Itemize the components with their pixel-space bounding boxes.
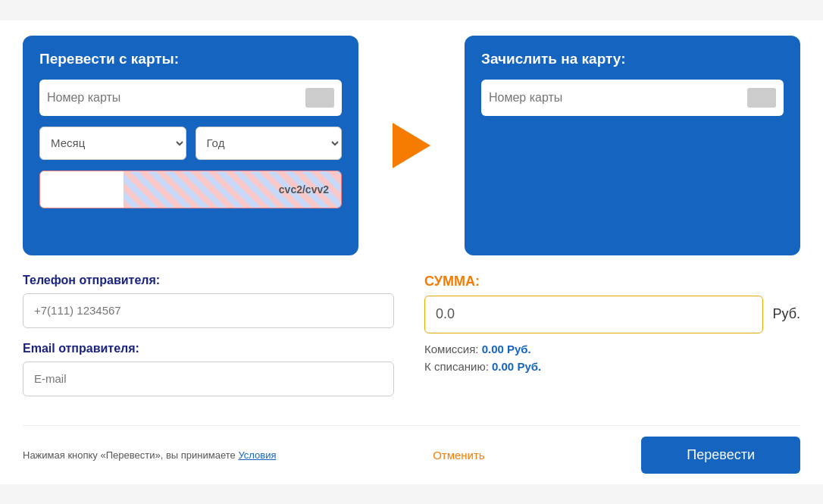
- terms-link[interactable]: Условия: [238, 449, 276, 461]
- to-card-title: Зачислить на карту:: [481, 51, 784, 67]
- year-select[interactable]: Год 202420252026 202720282029 2030: [196, 127, 343, 160]
- cvv-row: cvc2/cvv2: [39, 171, 342, 208]
- left-form: Телефон отправителя: Email отправителя:: [23, 274, 394, 410]
- right-form: СУММА: Руб. Комиссия: 0.00 Руб. К списан…: [424, 274, 800, 410]
- from-card-title: Перевести с карты:: [39, 51, 342, 67]
- expiry-row: Месяц 010203 040506 070809 101112 Год 20…: [39, 127, 342, 160]
- from-card-panel: Перевести с карты: Месяц 010203 040506 0…: [23, 36, 358, 255]
- currency-label: Руб.: [772, 306, 800, 322]
- month-select[interactable]: Месяц 010203 040506 070809 101112: [39, 127, 186, 160]
- terms-text: Нажимая кнопку «Перевести», вы принимает…: [23, 449, 236, 461]
- cvv-label: cvc2/cvv2: [279, 183, 329, 196]
- commission-row: Комиссия: 0.00 Руб.: [424, 343, 800, 355]
- phone-input[interactable]: [23, 293, 394, 328]
- amount-label: СУММА:: [424, 274, 800, 290]
- bottom-section: Телефон отправителя: Email отправителя: …: [23, 274, 800, 410]
- debit-row: К списанию: 0.00 Руб.: [424, 360, 800, 373]
- amount-input[interactable]: [424, 296, 763, 333]
- cancel-button[interactable]: Отменить: [433, 449, 485, 462]
- page-wrapper: Перевести с карты: Месяц 010203 040506 0…: [0, 20, 823, 484]
- to-card-panel: Зачислить на карту:: [465, 36, 800, 255]
- commission-label: Комиссия:: [424, 343, 478, 355]
- debit-label: К списанию:: [424, 360, 489, 373]
- arrow-container: [389, 123, 434, 168]
- footer-terms: Нажимая кнопку «Перевести», вы принимает…: [23, 449, 276, 461]
- cvv-stripe-area: cvc2/cvv2: [124, 171, 341, 208]
- phone-label: Телефон отправителя:: [23, 274, 394, 287]
- to-card-number-input[interactable]: [489, 91, 747, 105]
- transfer-button[interactable]: Перевести: [641, 437, 800, 474]
- to-card-number-row: [481, 80, 784, 116]
- amount-row: Руб.: [424, 296, 800, 333]
- arrow-right-icon: [393, 123, 430, 168]
- top-section: Перевести с карты: Месяц 010203 040506 0…: [23, 36, 800, 255]
- commission-value: 0.00 Руб.: [482, 343, 531, 355]
- from-card-number-row: [39, 80, 342, 116]
- from-card-icon: [305, 88, 334, 108]
- to-card-icon: [747, 88, 776, 108]
- cvv-input[interactable]: [40, 171, 124, 208]
- footer-section: Нажимая кнопку «Перевести», вы принимает…: [23, 425, 800, 484]
- from-card-number-input[interactable]: [47, 91, 305, 105]
- email-input[interactable]: [23, 362, 394, 396]
- debit-value: 0.00 Руб.: [492, 360, 541, 373]
- email-label: Email отправителя:: [23, 342, 394, 355]
